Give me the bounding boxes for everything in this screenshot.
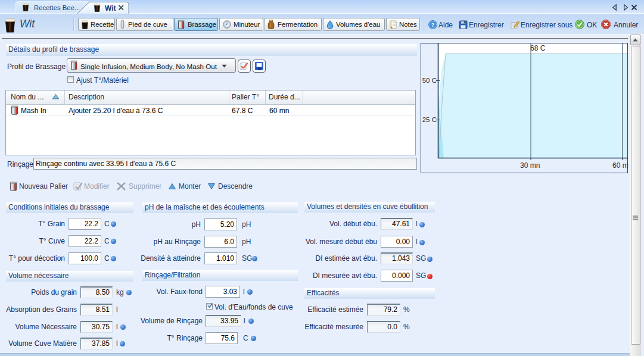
svg-text:?: ? xyxy=(431,21,435,28)
